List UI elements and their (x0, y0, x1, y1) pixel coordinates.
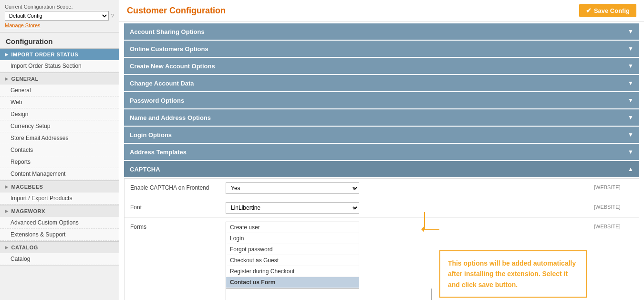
manage-stores-link[interactable]: Manage Stores (5, 22, 114, 28)
form-item-login[interactable]: Login (226, 233, 359, 244)
sidebar-item-web[interactable]: Web (0, 96, 119, 108)
main-content: Customer Configuration ✔ Save Config Acc… (119, 0, 644, 300)
sidebar-item-advanced-custom[interactable]: Advanced Custom Options (0, 217, 119, 229)
section-bar-captcha[interactable]: CAPTCHA ▲ (124, 161, 639, 177)
page-title: Customer Configuration (127, 6, 226, 16)
section-bar-login[interactable]: Login Options ▼ (124, 127, 639, 143)
triangle-icon-general: ▶ (5, 76, 9, 81)
save-icon: ✔ (586, 7, 592, 14)
sidebar: Current Configuration Scope: Default Con… (0, 0, 119, 300)
chevron-down-icon-address-templates: ▼ (628, 149, 634, 155)
chevron-down-icon-login: ▼ (628, 131, 634, 138)
sidebar-item-reports[interactable]: Reports (0, 156, 119, 168)
section-bar-create-account[interactable]: Create New Account Options ▼ (124, 58, 639, 74)
sidebar-item-contacts[interactable]: Contacts (0, 144, 119, 156)
sidebar-section-header-general[interactable]: ▶ GENERAL (0, 73, 119, 85)
forms-empty-space (226, 289, 432, 300)
sidebar-section-header-import[interactable]: ▶ IMPORT ORDER STATUS (0, 48, 119, 60)
section-bar-label-name-address: Name and Address Options (130, 114, 211, 121)
section-label-mageworx: MAGEWORX (11, 208, 45, 214)
sections-wrapper: Account Sharing Options ▼ Online Custome… (119, 21, 644, 300)
triangle-icon-magebees: ▶ (5, 184, 9, 189)
captcha-enable-field: Yes No (226, 182, 590, 194)
section-bar-label-online-customers: Online Customers Options (130, 45, 208, 53)
callout-container: This options will be added automatically… (439, 250, 587, 298)
section-bar-label-account-sharing: Account Sharing Options (130, 28, 205, 35)
forms-multiselect[interactable]: Create user Login Forgot password Checko… (226, 222, 359, 289)
sidebar-item-design[interactable]: Design (0, 108, 119, 120)
sidebar-item-content-management[interactable]: Content Management (0, 168, 119, 180)
sidebar-item-currency-setup[interactable]: Currency Setup (0, 120, 119, 132)
sidebar-section-header-catalog[interactable]: ▶ CATALOG (0, 241, 119, 253)
form-item-create-user[interactable]: Create user (226, 222, 359, 233)
captcha-row-enable: Enable CAPTCHA on Frontend Yes No [WEBSI… (125, 179, 639, 198)
sidebar-section-header-magebees[interactable]: ▶ MAGEBEES (0, 181, 119, 193)
captcha-font-label: Font (130, 202, 226, 211)
sidebar-section-mageworx: ▶ MAGEWORX Advanced Custom Options Exten… (0, 205, 119, 241)
section-bar-address-templates[interactable]: Address Templates ▼ (124, 144, 639, 160)
section-bar-name-address[interactable]: Name and Address Options ▼ (124, 109, 639, 126)
captcha-font-field: LinLibertine Arial Verdana (226, 202, 590, 214)
section-label-import: IMPORT ORDER STATUS (11, 52, 78, 57)
section-bar-password[interactable]: Password Options ▼ (124, 92, 639, 108)
captcha-row-font: Font LinLibertine Arial Verdana [WEBSITE… (125, 198, 639, 218)
help-icon[interactable]: ? (111, 12, 114, 20)
captcha-row-forms: Forms Create user Login Forgot password … (125, 218, 639, 300)
chevron-down-icon-account-sharing: ▼ (628, 28, 634, 35)
section-bar-label-captcha: CAPTCHA (130, 166, 160, 173)
sidebar-item-catalog[interactable]: Catalog (0, 253, 119, 265)
sidebar-section-import-order-status: ▶ IMPORT ORDER STATUS Import Order Statu… (0, 48, 119, 73)
save-config-label: Save Config (594, 7, 630, 14)
sidebar-item-store-email[interactable]: Store Email Addresses (0, 132, 119, 144)
scope-label: Current Configuration Scope: (5, 4, 114, 10)
captcha-forms-field: Create user Login Forgot password Checko… (226, 222, 590, 300)
sidebar-item-extensions-support[interactable]: Extensions & Support (0, 229, 119, 241)
chevron-down-icon-create-account: ▼ (628, 63, 634, 69)
captcha-enable-label: Enable CAPTCHA on Frontend (130, 182, 226, 191)
callout-arrow-h (424, 229, 439, 230)
section-bar-label-change-account: Change Account Data (130, 80, 194, 87)
sidebar-section-general: ▶ GENERAL General Web Design Currency Se… (0, 73, 119, 181)
callout-text: This options will be added automatically… (448, 259, 576, 289)
captcha-enable-scope: [WEBSITE] (590, 182, 633, 190)
callout-box: This options will be added automatically… (439, 250, 587, 298)
form-item-forgot-password[interactable]: Forgot password (226, 244, 359, 255)
section-bar-label-password: Password Options (130, 97, 184, 104)
sidebar-title: Configuration (0, 32, 119, 48)
captcha-content: Enable CAPTCHA on Frontend Yes No [WEBSI… (124, 178, 639, 300)
main-header: Customer Configuration ✔ Save Config (119, 0, 644, 21)
chevron-down-icon-online-customers: ▼ (628, 45, 634, 52)
triangle-icon-mageworx: ▶ (5, 209, 9, 214)
chevron-down-icon-password: ▼ (628, 97, 634, 104)
section-label-general: GENERAL (11, 76, 39, 82)
section-bar-account-sharing[interactable]: Account Sharing Options ▼ (124, 23, 639, 40)
form-item-contact-us[interactable]: Contact us Form (226, 277, 359, 288)
sidebar-section-magebees: ▶ MAGEBEES Import / Export Products (0, 181, 119, 205)
section-label-magebees: MAGEBEES (11, 184, 43, 190)
triangle-icon-catalog: ▶ (5, 245, 9, 250)
scope-select[interactable]: Default Config (5, 11, 109, 21)
form-item-register-checkout[interactable]: Register during Checkout (226, 266, 359, 277)
sidebar-item-import-export[interactable]: Import / Export Products (0, 193, 119, 204)
form-item-checkout-guest[interactable]: Checkout as Guest (226, 255, 359, 266)
captcha-font-select[interactable]: LinLibertine Arial Verdana (226, 202, 359, 214)
section-bar-change-account[interactable]: Change Account Data ▼ (124, 75, 639, 91)
sidebar-section-catalog: ▶ CATALOG Catalog (0, 241, 119, 266)
save-config-button[interactable]: ✔ Save Config (579, 4, 636, 17)
sidebar-section-header-mageworx[interactable]: ▶ MAGEWORX (0, 205, 119, 217)
chevron-up-icon-captcha: ▲ (628, 166, 634, 172)
section-bar-label-create-account: Create New Account Options (130, 63, 215, 70)
scope-section: Current Configuration Scope: Default Con… (0, 0, 119, 32)
sidebar-item-general[interactable]: General (0, 85, 119, 96)
captcha-forms-scope: [WEBSITE] (590, 222, 633, 229)
triangle-icon: ▶ (5, 52, 9, 57)
callout-arrow-v (424, 212, 425, 230)
chevron-down-icon-change-account: ▼ (628, 80, 634, 86)
captcha-forms-label: Forms (130, 222, 226, 230)
captcha-font-scope: [WEBSITE] (590, 202, 633, 210)
section-bar-label-address-templates: Address Templates (130, 149, 187, 156)
chevron-down-icon-name-address: ▼ (628, 114, 634, 121)
sidebar-item-import-order-status-section[interactable]: Import Order Status Section (0, 60, 119, 72)
section-bar-online-customers[interactable]: Online Customers Options ▼ (124, 41, 639, 57)
captcha-enable-select[interactable]: Yes No (226, 182, 359, 194)
